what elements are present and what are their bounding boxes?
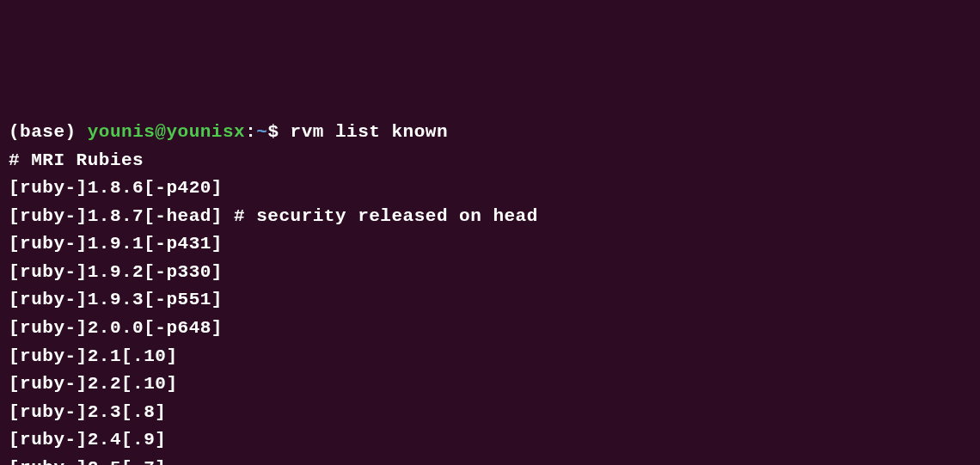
output-line: [ruby-]1.9.3[-p551] bbox=[9, 286, 971, 315]
prompt-path: ~ bbox=[256, 122, 267, 142]
command-text: rvm list known bbox=[291, 122, 448, 142]
output-line: [ruby-]1.9.1[-p431] bbox=[9, 230, 971, 259]
output-line: [ruby-]2.1[.10] bbox=[9, 343, 971, 371]
output-line: [ruby-]1.8.6[-p420] bbox=[9, 174, 971, 203]
prompt-env: (base) bbox=[9, 122, 88, 142]
prompt-user-host: younis@younisx bbox=[88, 122, 245, 142]
prompt-colon: : bbox=[245, 122, 256, 142]
output-line: [ruby-]2.0.0[-p648] bbox=[9, 315, 971, 343]
output-line: [ruby-]1.9.2[-p330] bbox=[9, 259, 971, 287]
output-line: [ruby-]2.5[.7] bbox=[9, 455, 971, 465]
output-line: [ruby-]2.3[.8] bbox=[9, 399, 971, 427]
output-line: [ruby-]2.4[.9] bbox=[9, 426, 971, 455]
terminal-output: (base) younis@younisx:~$ rvm list known#… bbox=[9, 119, 971, 465]
output-line: [ruby-]2.2[.10] bbox=[9, 370, 971, 399]
prompt-dollar: $ bbox=[267, 122, 290, 142]
prompt-line[interactable]: (base) younis@younisx:~$ rvm list known bbox=[9, 119, 971, 147]
output-line: [ruby-]1.8.7[-head] # security released … bbox=[9, 203, 971, 231]
output-header: # MRI Rubies bbox=[9, 147, 971, 175]
